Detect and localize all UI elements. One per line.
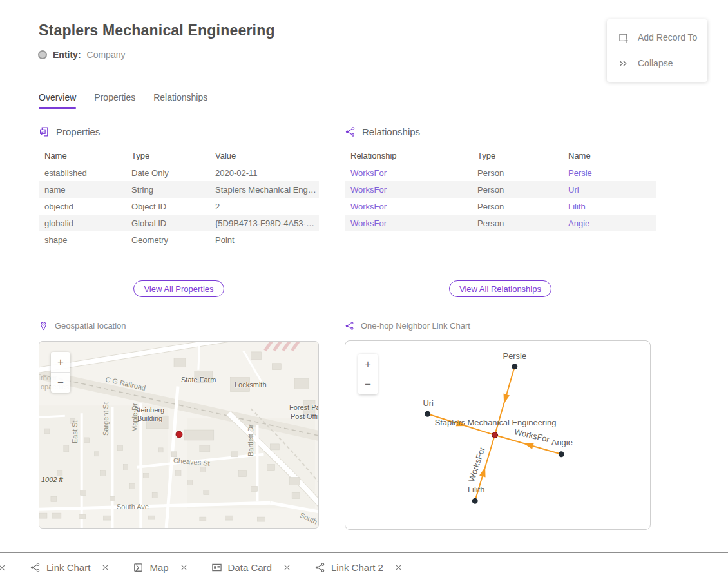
graph-node-label: Uri	[423, 398, 434, 408]
collapse-icon	[618, 58, 629, 69]
property-row: shapeGeometryPoint	[39, 231, 319, 248]
view-all-relationships-button[interactable]: View All Relationships	[449, 280, 551, 297]
graph-node-label: Lilith	[468, 485, 485, 494]
property-row: globalidGlobal ID{5D9B4713-F98D-4A53-…	[39, 215, 319, 231]
property-cell: shape	[39, 235, 126, 245]
workspace-tab-label: Data Card	[228, 562, 272, 573]
tab-overview[interactable]: Overview	[39, 92, 76, 109]
property-cell: established	[39, 168, 126, 178]
properties-heading: Properties	[56, 126, 100, 137]
map-zoom-control: + −	[51, 352, 70, 393]
data-card-icon	[211, 562, 222, 573]
map-label: Bartlett Dr	[247, 424, 254, 456]
property-row: establishedDate Only2020-02-11	[39, 164, 319, 181]
map-pin-icon	[39, 321, 48, 331]
edge-label: WorksFor	[466, 445, 487, 483]
property-row: nameStringStaplers Mechanical Eng…	[39, 181, 319, 198]
map-label: Locksmith	[235, 381, 267, 389]
menu-item-label: Add Record To	[638, 32, 697, 43]
relationship-cell-link[interactable]: WorksFor	[345, 218, 472, 228]
menu-item-collapse[interactable]: Collapse	[607, 50, 707, 76]
map-label: C G Railroad	[105, 375, 147, 392]
chart-zoom-out-button[interactable]: −	[358, 374, 378, 394]
relationship-cell: Person	[472, 168, 562, 178]
workspace-tab-label: Map	[149, 562, 168, 573]
graph-node-uri[interactable]	[425, 411, 430, 417]
property-col-header: Value	[209, 151, 318, 160]
edge-arrow-icon	[524, 443, 534, 449]
close-icon[interactable]	[101, 563, 110, 572]
relationship-cell-link[interactable]: WorksFor	[345, 202, 472, 211]
close-icon[interactable]	[180, 563, 188, 572]
map-label: Sargent St	[102, 402, 110, 436]
menu-item-add-record-to[interactable]: Add Record To	[607, 24, 707, 50]
relationships-section: Relationships RelationshipTypeNameWorksF…	[345, 126, 656, 231]
map-label: State Farm	[181, 376, 216, 383]
graph-node-center[interactable]	[492, 432, 498, 438]
relationship-cell-link[interactable]: Angie	[562, 218, 655, 228]
view-all-properties-button[interactable]: View All Properties	[133, 280, 224, 297]
link-chart-icon	[345, 321, 354, 331]
property-cell: 2020-02-11	[209, 168, 318, 178]
relationship-col-header: Relationship	[345, 151, 472, 160]
workspace-tab-link-chart-2[interactable]: Link Chart 2	[314, 562, 403, 573]
properties-icon	[39, 126, 50, 137]
property-cell: Geometry	[126, 235, 209, 245]
map-icon	[133, 562, 144, 573]
entity-value: Company	[87, 50, 126, 60]
graph-node-angie[interactable]	[559, 451, 564, 457]
property-row: objectidObject ID2	[39, 198, 319, 215]
page-title: Staplers Mechanical Engineering	[39, 22, 275, 39]
workspace-tab-map[interactable]: Map	[133, 562, 187, 573]
tab-properties[interactable]: Properties	[94, 92, 135, 109]
relationship-cell: Person	[472, 185, 562, 195]
geospatial-map[interactable]: rbouropaedicsC G RailroadState FarmLocks…	[39, 341, 319, 529]
map-label: Steinberg	[134, 406, 164, 414]
relationship-cell-link[interactable]: WorksFor	[345, 185, 472, 195]
add-record-icon	[618, 32, 629, 43]
relationship-cell-link[interactable]: Lilith	[562, 202, 655, 211]
property-cell: Object ID	[126, 202, 209, 211]
graph-node-persie[interactable]	[512, 364, 517, 369]
link-chart-icon	[30, 562, 41, 573]
relationship-col-header: Type	[472, 151, 562, 160]
edge-arrow-icon	[504, 394, 510, 404]
relationship-cell-link[interactable]: Persie	[562, 168, 655, 178]
close-icon[interactable]	[283, 563, 291, 572]
workspace-tab-data-card[interactable]: Data Card	[211, 562, 291, 573]
link-chart-canvas: WorksForWorksForPersieUriAngieLilithStap…	[345, 341, 650, 529]
relationship-cell-link[interactable]: WorksFor	[345, 168, 472, 178]
property-cell: Point	[209, 235, 318, 245]
map-zoom-in-button[interactable]: +	[51, 352, 70, 372]
chart-zoom-control: + −	[358, 354, 378, 394]
one-hop-link-chart[interactable]: WorksForWorksForPersieUriAngieLilithStap…	[345, 340, 651, 530]
workspace-tab-bar: Link ChartMapData CardLink Chart 2	[0, 552, 728, 582]
relationship-cell-link[interactable]: Uri	[562, 185, 655, 195]
map-label: Building	[137, 414, 162, 422]
record-tabs: OverviewPropertiesRelationships	[39, 92, 207, 109]
property-cell: String	[126, 185, 209, 195]
partial-tab-close-icon[interactable]	[0, 563, 6, 572]
relationships-icon	[345, 126, 356, 137]
tab-relationships[interactable]: Relationships	[153, 92, 207, 109]
property-cell: objectid	[39, 202, 126, 211]
relationship-cell: Person	[472, 218, 562, 228]
relationship-row: WorksForPersonLilith	[345, 198, 656, 215]
chart-zoom-in-button[interactable]: +	[358, 354, 378, 374]
map-zoom-out-button[interactable]: −	[51, 373, 70, 393]
property-cell: Date Only	[126, 168, 209, 178]
map-label: South	[298, 511, 318, 526]
property-cell: globalid	[39, 218, 126, 228]
entity-type-dot-icon	[38, 50, 47, 59]
relationships-heading: Relationships	[362, 126, 420, 137]
close-icon[interactable]	[394, 563, 403, 572]
map-label: Maple Dr	[131, 403, 139, 432]
record-actions-menu: Add Record ToCollapse	[607, 19, 707, 82]
graph-node-lilith[interactable]	[472, 498, 478, 504]
link-chart-heading: One-hop Neighbor Link Chart	[361, 321, 470, 331]
relationship-col-header: Name	[562, 151, 655, 160]
geospatial-heading: Geospatial location	[55, 321, 126, 331]
link-chart-icon	[314, 562, 325, 573]
property-col-header: Name	[39, 151, 126, 160]
workspace-tab-link-chart[interactable]: Link Chart	[30, 562, 110, 573]
